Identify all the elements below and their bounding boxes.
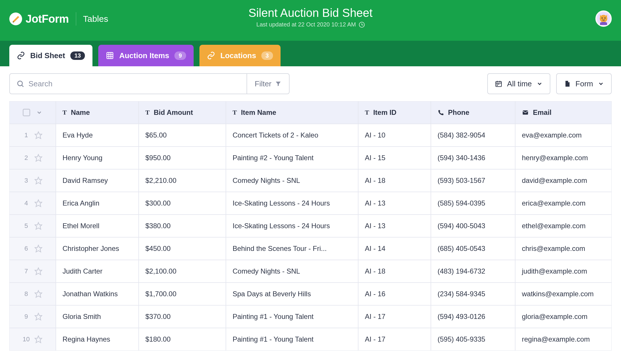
cell-item-id[interactable]: AI - 17: [358, 328, 431, 351]
row-selector-cell[interactable]: 7: [9, 260, 56, 283]
cell-email[interactable]: eva@example.com: [515, 124, 612, 147]
cell-phone[interactable]: (594) 493-0126: [431, 305, 515, 328]
cell-name[interactable]: Ethel Morell: [56, 215, 139, 237]
cell-phone[interactable]: (594) 340-1436: [431, 147, 515, 169]
table-row[interactable]: 5Ethel Morell$380.00Ice-Skating Lessons …: [9, 215, 612, 237]
cell-bid-amount[interactable]: $1,700.00: [139, 283, 226, 305]
cell-item-id[interactable]: AI - 18: [358, 169, 431, 192]
cell-item-id[interactable]: AI - 15: [358, 147, 431, 169]
cell-email[interactable]: watkins@example.com: [515, 283, 612, 305]
filter-button[interactable]: Filter: [247, 74, 289, 94]
favorite-star-icon[interactable]: [34, 131, 42, 139]
cell-email[interactable]: judith@example.com: [515, 260, 612, 283]
cell-item-name[interactable]: Comedy Nights - SNL: [226, 169, 358, 192]
cell-phone[interactable]: (595) 405-9335: [431, 328, 515, 351]
row-selector-cell[interactable]: 6: [9, 237, 56, 260]
column-header-name[interactable]: TName: [56, 101, 139, 124]
tab-locations[interactable]: Locations 3: [199, 45, 281, 66]
cell-phone[interactable]: (584) 382-9054: [431, 124, 515, 147]
cell-name[interactable]: Jonathan Watkins: [56, 283, 139, 305]
favorite-star-icon[interactable]: [34, 313, 42, 321]
cell-bid-amount[interactable]: $450.00: [139, 237, 226, 260]
search-input[interactable]: [28, 79, 240, 88]
cell-email[interactable]: ethel@example.com: [515, 215, 612, 237]
cell-bid-amount[interactable]: $2,100.00: [139, 260, 226, 283]
select-all-header[interactable]: [9, 101, 56, 124]
document-title[interactable]: Silent Auction Bid Sheet: [249, 6, 373, 19]
logo[interactable]: JotForm: [9, 13, 69, 25]
cell-bid-amount[interactable]: $180.00: [139, 328, 226, 351]
user-avatar[interactable]: [595, 10, 612, 27]
tab-auction-items[interactable]: Auction Items 9: [98, 45, 194, 66]
cell-email[interactable]: henry@example.com: [515, 147, 612, 169]
cell-item-id[interactable]: AI - 13: [358, 215, 431, 237]
favorite-star-icon[interactable]: [34, 199, 42, 207]
row-selector-cell[interactable]: 4: [9, 192, 56, 215]
cell-item-id[interactable]: AI - 18: [358, 260, 431, 283]
table-row[interactable]: 7Judith Carter$2,100.00Comedy Nights - S…: [9, 260, 612, 283]
cell-name[interactable]: Eva Hyde: [56, 124, 139, 147]
cell-email[interactable]: regina@example.com: [515, 328, 612, 351]
cell-bid-amount[interactable]: $370.00: [139, 305, 226, 328]
cell-item-name[interactable]: Painting #1 - Young Talent: [226, 328, 358, 351]
cell-name[interactable]: Regina Haynes: [56, 328, 139, 351]
form-dropdown[interactable]: Form: [556, 73, 612, 94]
column-header-item-name[interactable]: TItem Name: [226, 101, 358, 124]
favorite-star-icon[interactable]: [34, 222, 42, 230]
cell-item-id[interactable]: AI - 16: [358, 283, 431, 305]
cell-phone[interactable]: (585) 594-0395: [431, 192, 515, 215]
favorite-star-icon[interactable]: [34, 267, 42, 275]
table-row[interactable]: 3David Ramsey$2,210.00Comedy Nights - SN…: [9, 169, 612, 192]
row-selector-cell[interactable]: 5: [9, 215, 56, 237]
column-header-item-id[interactable]: TItem ID: [358, 101, 431, 124]
cell-email[interactable]: erica@example.com: [515, 192, 612, 215]
chevron-down-icon[interactable]: [36, 109, 42, 116]
cell-item-name[interactable]: Painting #2 - Young Talent: [226, 147, 358, 169]
cell-item-id[interactable]: AI - 17: [358, 305, 431, 328]
cell-item-name[interactable]: Ice-Skating Lessons - 24 Hours: [226, 215, 358, 237]
cell-item-id[interactable]: AI - 13: [358, 192, 431, 215]
cell-item-id[interactable]: AI - 10: [358, 124, 431, 147]
cell-name[interactable]: David Ramsey: [56, 169, 139, 192]
column-header-bid-amount[interactable]: TBid Amount: [139, 101, 226, 124]
time-filter-dropdown[interactable]: All time: [487, 73, 550, 94]
cell-name[interactable]: Gloria Smith: [56, 305, 139, 328]
table-row[interactable]: 6Christopher Jones$450.00Behind the Scen…: [9, 237, 612, 260]
select-all-checkbox[interactable]: [23, 109, 30, 116]
favorite-star-icon[interactable]: [34, 154, 42, 162]
cell-phone[interactable]: (593) 503-1567: [431, 169, 515, 192]
table-row[interactable]: 4Erica Anglin$300.00Ice-Skating Lessons …: [9, 192, 612, 215]
row-selector-cell[interactable]: 2: [9, 147, 56, 169]
cell-name[interactable]: Erica Anglin: [56, 192, 139, 215]
cell-email[interactable]: david@example.com: [515, 169, 612, 192]
cell-item-id[interactable]: AI - 14: [358, 237, 431, 260]
favorite-star-icon[interactable]: [34, 335, 42, 343]
table-row[interactable]: 9Gloria Smith$370.00Painting #1 - Young …: [9, 305, 612, 328]
cell-item-name[interactable]: Concert Tickets of 2 - Kaleo: [226, 124, 358, 147]
cell-item-name[interactable]: Spa Days at Beverly Hills: [226, 283, 358, 305]
row-selector-cell[interactable]: 1: [9, 124, 56, 147]
row-selector-cell[interactable]: 8: [9, 283, 56, 305]
cell-item-name[interactable]: Painting #1 - Young Talent: [226, 305, 358, 328]
cell-phone[interactable]: (594) 400-5043: [431, 215, 515, 237]
cell-item-name[interactable]: Behind the Scenes Tour - Fri...: [226, 237, 358, 260]
column-header-email[interactable]: Email: [515, 101, 612, 124]
cell-item-name[interactable]: Comedy Nights - SNL: [226, 260, 358, 283]
row-selector-cell[interactable]: 9: [9, 305, 56, 328]
cell-bid-amount[interactable]: $300.00: [139, 192, 226, 215]
cell-bid-amount[interactable]: $65.00: [139, 124, 226, 147]
table-row[interactable]: 1Eva Hyde$65.00Concert Tickets of 2 - Ka…: [9, 124, 612, 147]
table-row[interactable]: 10Regina Haynes$180.00Painting #1 - Youn…: [9, 328, 612, 351]
tab-bid-sheet[interactable]: Bid Sheet 13: [9, 45, 92, 66]
row-selector-cell[interactable]: 10: [9, 328, 56, 351]
cell-phone[interactable]: (234) 584-9345: [431, 283, 515, 305]
favorite-star-icon[interactable]: [34, 290, 42, 298]
cell-name[interactable]: Henry Young: [56, 147, 139, 169]
cell-name[interactable]: Christopher Jones: [56, 237, 139, 260]
row-selector-cell[interactable]: 3: [9, 169, 56, 192]
cell-email[interactable]: chris@example.com: [515, 237, 612, 260]
table-row[interactable]: 2Henry Young$950.00Painting #2 - Young T…: [9, 147, 612, 169]
cell-bid-amount[interactable]: $950.00: [139, 147, 226, 169]
column-header-phone[interactable]: Phone: [431, 101, 515, 124]
cell-bid-amount[interactable]: $380.00: [139, 215, 226, 237]
